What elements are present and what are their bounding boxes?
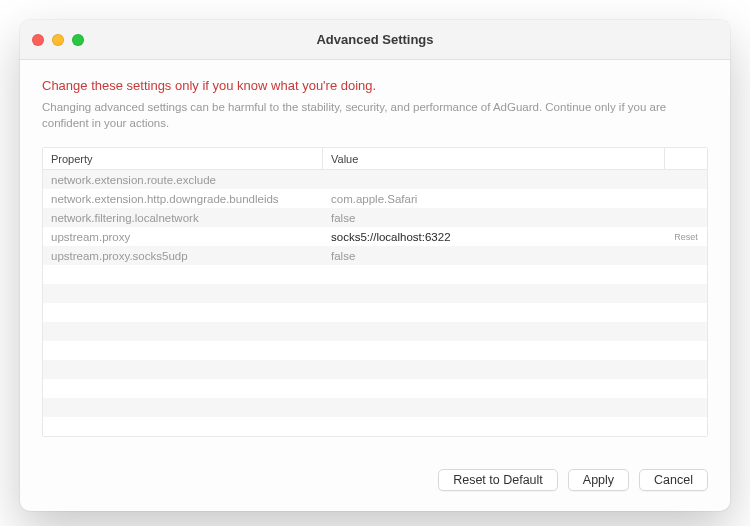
cell-action <box>665 208 707 227</box>
cell-value[interactable]: com.apple.Safari <box>323 189 665 208</box>
titlebar: Advanced Settings <box>20 20 730 60</box>
cell-value[interactable]: false <box>323 246 665 265</box>
cell-value[interactable] <box>323 417 665 436</box>
cell-property[interactable] <box>43 322 323 341</box>
table-row[interactable] <box>43 360 707 379</box>
cell-action <box>665 246 707 265</box>
cell-property[interactable]: upstream.proxy <box>43 227 323 246</box>
footer: Reset to Default Apply Cancel <box>20 455 730 511</box>
window-title: Advanced Settings <box>316 32 433 47</box>
minimize-icon[interactable] <box>52 34 64 46</box>
cell-property[interactable] <box>43 360 323 379</box>
cell-value[interactable] <box>323 341 665 360</box>
cell-value[interactable] <box>323 265 665 284</box>
cell-action <box>665 322 707 341</box>
table-body: network.extension.route.excludenetwork.e… <box>43 170 707 436</box>
cell-action <box>665 360 707 379</box>
cell-property[interactable]: upstream.proxy.socks5udp <box>43 246 323 265</box>
cell-action <box>665 265 707 284</box>
cell-value[interactable] <box>323 398 665 417</box>
header-action <box>665 148 707 169</box>
header-value[interactable]: Value <box>323 148 665 169</box>
cell-action <box>665 417 707 436</box>
cell-property[interactable]: network.filtering.localnetwork <box>43 208 323 227</box>
table-row[interactable] <box>43 284 707 303</box>
table-row[interactable]: network.filtering.localnetworkfalse <box>43 208 707 227</box>
cancel-button[interactable]: Cancel <box>639 469 708 491</box>
settings-table: Property Value network.extension.route.e… <box>42 147 708 437</box>
content-area: Change these settings only if you know w… <box>20 60 730 455</box>
table-row[interactable] <box>43 303 707 322</box>
close-icon[interactable] <box>32 34 44 46</box>
maximize-icon[interactable] <box>72 34 84 46</box>
cell-property[interactable] <box>43 265 323 284</box>
reset-to-default-button[interactable]: Reset to Default <box>438 469 558 491</box>
cell-action <box>665 398 707 417</box>
table-row[interactable]: upstream.proxysocks5://localhost:6322Res… <box>43 227 707 246</box>
cell-property[interactable] <box>43 303 323 322</box>
cell-value[interactable] <box>323 379 665 398</box>
warning-subtitle: Changing advanced settings can be harmfu… <box>42 99 708 131</box>
cell-action <box>665 303 707 322</box>
table-header: Property Value <box>43 148 707 170</box>
cell-property[interactable] <box>43 398 323 417</box>
cell-value[interactable] <box>323 303 665 322</box>
table-row[interactable] <box>43 265 707 284</box>
table-row[interactable]: upstream.proxy.socks5udpfalse <box>43 246 707 265</box>
cell-property[interactable] <box>43 341 323 360</box>
cell-action <box>665 379 707 398</box>
apply-button[interactable]: Apply <box>568 469 629 491</box>
settings-window: Advanced Settings Change these settings … <box>20 20 730 511</box>
table-row[interactable] <box>43 341 707 360</box>
reset-row-button[interactable]: Reset <box>674 232 698 242</box>
table-row[interactable] <box>43 417 707 436</box>
cell-value[interactable] <box>323 360 665 379</box>
warning-title: Change these settings only if you know w… <box>42 78 708 93</box>
cell-action <box>665 284 707 303</box>
cell-property[interactable] <box>43 417 323 436</box>
header-property[interactable]: Property <box>43 148 323 169</box>
cell-value[interactable] <box>323 322 665 341</box>
cell-value[interactable]: socks5://localhost:6322 <box>323 227 665 246</box>
traffic-lights <box>32 34 84 46</box>
cell-value[interactable] <box>323 170 665 189</box>
cell-action: Reset <box>665 227 707 246</box>
cell-action <box>665 189 707 208</box>
cell-value[interactable]: false <box>323 208 665 227</box>
cell-property[interactable] <box>43 379 323 398</box>
table-row[interactable] <box>43 379 707 398</box>
cell-property[interactable]: network.extension.http.downgrade.bundlei… <box>43 189 323 208</box>
cell-action <box>665 170 707 189</box>
table-row[interactable]: network.extension.http.downgrade.bundlei… <box>43 189 707 208</box>
table-row[interactable] <box>43 398 707 417</box>
cell-property[interactable]: network.extension.route.exclude <box>43 170 323 189</box>
table-row[interactable] <box>43 322 707 341</box>
table-row[interactable]: network.extension.route.exclude <box>43 170 707 189</box>
cell-property[interactable] <box>43 284 323 303</box>
cell-action <box>665 341 707 360</box>
cell-value[interactable] <box>323 284 665 303</box>
